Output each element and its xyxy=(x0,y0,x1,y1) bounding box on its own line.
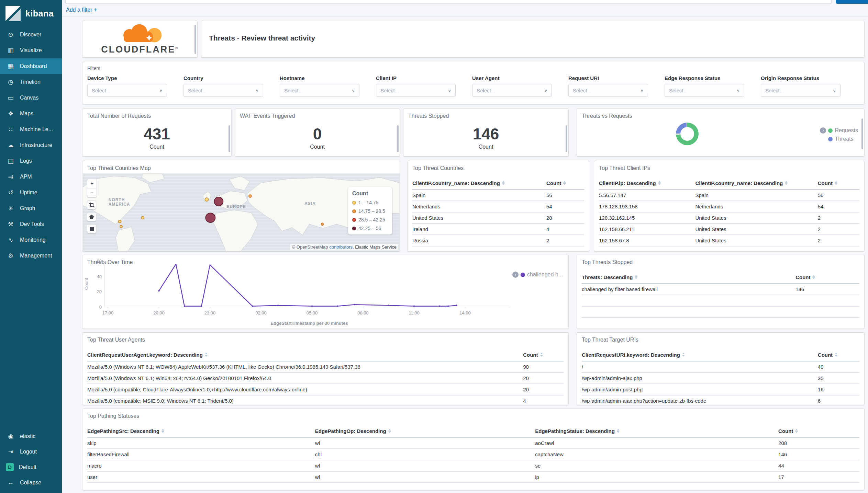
query-bar[interactable] xyxy=(65,0,832,4)
table-row: Mozilla/5.0 (compatible; MSIE 9.0; Windo… xyxy=(87,395,564,403)
sort-icon[interactable] xyxy=(835,181,837,185)
legend-label[interactable]: Threats xyxy=(835,136,853,142)
map-draw-rect-button[interactable] xyxy=(87,224,96,233)
sort-icon[interactable] xyxy=(388,429,391,433)
sort-icon[interactable] xyxy=(658,181,661,185)
osm-contributors-link[interactable]: contributors, xyxy=(329,244,354,250)
kibana-logo[interactable]: kibana xyxy=(0,0,62,27)
sidebar-item-discover[interactable]: ⊙Discover xyxy=(0,27,62,43)
sidebar-item-apm[interactable]: ⇉APM xyxy=(0,169,62,185)
sort-icon[interactable] xyxy=(812,275,815,279)
map-data-bubble[interactable] xyxy=(249,195,252,197)
panel-scrollbar[interactable] xyxy=(566,125,567,152)
chart-legend: › challenged b... xyxy=(512,272,563,278)
sort-icon[interactable] xyxy=(835,353,837,357)
legend-label[interactable]: Requests xyxy=(835,127,858,134)
filter-select-client-ip[interactable]: Select...∨ xyxy=(376,84,456,97)
filter-select-device-type[interactable]: Select...∨ xyxy=(87,84,167,97)
column-header[interactable]: Count xyxy=(546,180,584,186)
sort-icon[interactable] xyxy=(617,429,620,433)
column-header[interactable]: Count xyxy=(795,274,859,280)
table-row: Russia2 xyxy=(412,235,584,246)
table-row: Netherlands54 xyxy=(412,201,584,213)
update-button-fragment[interactable] xyxy=(836,0,868,4)
sidebar-item-timelion[interactable]: ◷Timelion xyxy=(0,74,62,90)
filter-select-origin-response-status[interactable]: Select...∨ xyxy=(761,84,841,97)
map-data-bubble[interactable] xyxy=(321,223,323,226)
map-data-bubble[interactable] xyxy=(141,216,144,219)
sidebar-footer-elastic[interactable]: ◉elastic xyxy=(0,428,62,444)
map-data-bubble[interactable] xyxy=(205,198,208,201)
map-draw-polygon-button[interactable] xyxy=(87,212,96,221)
column-header[interactable]: Count xyxy=(523,352,564,358)
sidebar-footer-default[interactable]: DDefault xyxy=(0,459,62,475)
panel-scrollbar[interactable] xyxy=(229,125,230,152)
column-header[interactable]: ClientIP.country_name: Descending xyxy=(695,180,817,186)
map-fit-bounds-button[interactable] xyxy=(87,200,96,209)
sidebar-item-visualize[interactable]: ▥Visualize xyxy=(0,43,62,58)
sort-icon[interactable] xyxy=(205,353,208,357)
column-header[interactable]: EdgePathingOp: Descending xyxy=(315,428,535,434)
column-header[interactable]: ClientRequestUserAgent.keyword: Descendi… xyxy=(87,352,523,358)
sidebar-footer-collapse[interactable]: ←Collapse xyxy=(0,475,62,490)
map-data-bubble[interactable] xyxy=(119,220,121,223)
add-filter-label: Add a filter xyxy=(66,7,92,13)
panel-scrollbar[interactable] xyxy=(861,118,863,149)
table-row: skipwlaoCrawl208 xyxy=(87,438,859,449)
column-header[interactable]: ClientIP.ip: Descending xyxy=(599,180,695,186)
add-filter-link[interactable]: Add a filter+ xyxy=(66,7,97,13)
sidebar-item-logs[interactable]: ▤Logs xyxy=(0,153,62,169)
table-cell: Spain xyxy=(695,192,817,198)
filter-select-hostname[interactable]: Select...∨ xyxy=(280,84,359,97)
sort-icon[interactable] xyxy=(563,181,566,185)
sidebar-item-infrastructure[interactable]: ☁Infrastructure xyxy=(0,137,62,153)
filter-select-user-agent[interactable]: Select...∨ xyxy=(472,84,552,97)
series-legend-label[interactable]: challenged b... xyxy=(527,272,563,278)
sort-icon[interactable] xyxy=(540,353,543,357)
sort-icon[interactable] xyxy=(795,429,798,433)
sidebar-item-canvas[interactable]: ▭Canvas xyxy=(0,90,62,106)
map-data-bubble[interactable] xyxy=(120,225,122,228)
threats-over-time-chart[interactable]: 020406017:0020:0023:0002:0005:0008:0011:… xyxy=(82,255,568,329)
map-zoom-in-button[interactable]: + xyxy=(87,179,97,188)
column-header[interactable]: Count xyxy=(818,180,859,186)
map-data-bubble[interactable] xyxy=(205,213,215,222)
sidebar-item-label: Machine Le... xyxy=(20,126,53,133)
sidebar-item-machine-le[interactable]: ∷Machine Le... xyxy=(0,122,62,137)
map-label: NORTH AMERICA xyxy=(109,198,136,207)
column-header[interactable]: EdgePathingSrc: Descending xyxy=(87,428,315,434)
column-header[interactable]: EdgePathingStatus: Descending xyxy=(535,428,778,434)
column-header[interactable]: ClientIP.country_name: Descending xyxy=(412,180,546,186)
sort-icon[interactable] xyxy=(682,353,685,357)
threats-vs-requests-donut[interactable] xyxy=(676,123,699,145)
column-header[interactable]: Count xyxy=(818,352,859,358)
sort-icon[interactable] xyxy=(502,181,505,185)
sort-icon[interactable] xyxy=(162,429,164,433)
world-map[interactable]: NORTH AMERICAEUROPEASIA + − Count 1 – xyxy=(83,173,400,251)
panel-scrollbar[interactable] xyxy=(194,25,196,54)
filter-select-request-uri[interactable]: Select...∨ xyxy=(568,84,648,97)
table-row: filterBasedFirewallchlcaptchaNew146 xyxy=(87,449,859,460)
sidebar-footer-label: elastic xyxy=(20,433,35,439)
column-header[interactable]: Threats: Descending xyxy=(582,274,795,280)
filter-select-edge-response-status[interactable]: Select...∨ xyxy=(665,84,744,97)
sidebar-item-dashboard[interactable]: ▦Dashboard xyxy=(0,58,62,74)
sidebar-item-graph[interactable]: ✳Graph xyxy=(0,200,62,216)
map-data-bubble[interactable] xyxy=(214,197,223,206)
legend-toggle-icon[interactable]: › xyxy=(512,272,519,278)
panel-scrollbar[interactable] xyxy=(397,125,399,152)
map-zoom-out-button[interactable]: − xyxy=(87,188,97,197)
sort-icon[interactable] xyxy=(635,275,637,279)
column-header[interactable]: Count xyxy=(778,428,859,434)
table-header-row: EdgePathingSrc: DescendingEdgePathingOp:… xyxy=(87,425,859,438)
sidebar-item-management[interactable]: ⚙Management xyxy=(0,248,62,264)
sort-icon[interactable] xyxy=(785,181,788,185)
sidebar-item-monitoring[interactable]: ∿Monitoring xyxy=(0,232,62,248)
column-header[interactable]: ClientRequestURI.keyword: Descending xyxy=(582,352,818,358)
sidebar-item-dev-tools[interactable]: ⚒Dev Tools xyxy=(0,216,62,232)
sidebar-item-uptime[interactable]: ↺Uptime xyxy=(0,185,62,200)
filter-select-country[interactable]: Select...∨ xyxy=(183,84,263,97)
sidebar-footer-logout[interactable]: ⇥Logout xyxy=(0,444,62,459)
legend-toggle-icon[interactable]: › xyxy=(820,127,826,134)
sidebar-item-maps[interactable]: ❖Maps xyxy=(0,106,62,122)
